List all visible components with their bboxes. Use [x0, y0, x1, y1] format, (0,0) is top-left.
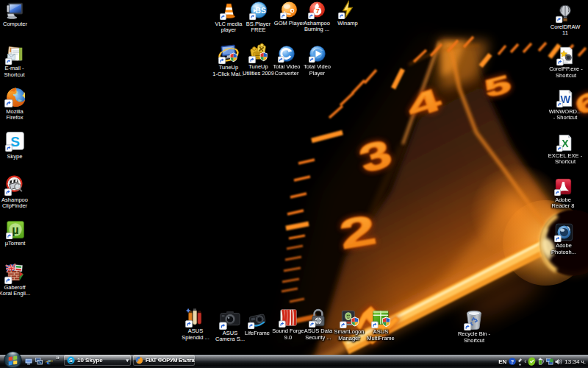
svg-text:?: ?: [511, 358, 514, 365]
svg-text:X: X: [562, 138, 569, 149]
svg-text:µ: µ: [12, 223, 18, 236]
svg-text:7: 7: [315, 7, 319, 15]
svg-text:S: S: [69, 357, 73, 364]
